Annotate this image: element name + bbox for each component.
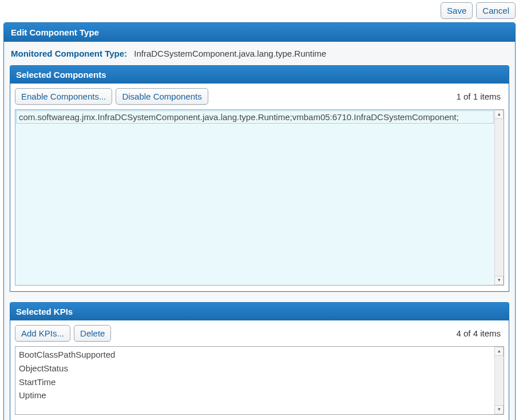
components-listbox[interactable]: com.softwareag.jmx.InfraDCSystemComponen… bbox=[15, 109, 504, 286]
selected-components-header: Selected Components bbox=[10, 66, 509, 84]
selected-components-panel: Selected Components Enable Components...… bbox=[10, 65, 509, 292]
panel-body: Monitored Component Type: InfraDCSystemC… bbox=[4, 42, 515, 420]
scroll-down-icon[interactable]: ▾ bbox=[494, 276, 504, 285]
kpis-listbox[interactable]: BootClassPathSupported ObjectStatus Star… bbox=[15, 346, 504, 415]
monitored-component-type-value: InfraDCSystemComponent.java.lang.type.Ru… bbox=[134, 49, 326, 58]
list-item[interactable]: Uptime bbox=[18, 389, 493, 402]
selected-kpis-toolbar: Add KPIs... Delete 4 of 4 items bbox=[10, 320, 509, 344]
monitored-component-type-label: Monitored Component Type: bbox=[11, 49, 127, 58]
scrollbar[interactable]: ▴ ▾ bbox=[494, 347, 504, 414]
selected-kpis-header: Selected KPIs bbox=[10, 303, 509, 320]
scrollbar[interactable]: ▴ ▾ bbox=[494, 110, 504, 285]
disable-components-button[interactable]: Disable Components bbox=[116, 88, 208, 105]
list-item[interactable]: ObjectStatus bbox=[18, 362, 493, 375]
list-item[interactable]: StartTime bbox=[18, 375, 493, 389]
top-toolbar: Save Cancel bbox=[0, 0, 519, 22]
scroll-up-icon[interactable]: ▴ bbox=[494, 347, 504, 356]
monitored-component-type-row: Monitored Component Type: InfraDCSystemC… bbox=[11, 49, 509, 58]
list-item[interactable]: BootClassPathSupported bbox=[18, 348, 493, 362]
list-item[interactable]: com.softwareag.jmx.InfraDCSystemComponen… bbox=[16, 110, 494, 124]
panel-title: Edit Component Type bbox=[4, 23, 515, 42]
kpis-count: 4 of 4 items bbox=[456, 328, 504, 338]
scroll-down-icon[interactable]: ▾ bbox=[494, 405, 504, 414]
selected-components-toolbar: Enable Components... Disable Components … bbox=[10, 84, 509, 107]
delete-kpi-button[interactable]: Delete bbox=[74, 325, 111, 342]
selected-kpis-panel: Selected KPIs Add KPIs... Delete 4 of 4 … bbox=[10, 302, 509, 420]
enable-components-button[interactable]: Enable Components... bbox=[15, 88, 112, 105]
edit-component-type-panel: Edit Component Type Monitored Component … bbox=[3, 22, 516, 420]
cancel-button[interactable]: Cancel bbox=[476, 2, 516, 19]
components-count: 1 of 1 items bbox=[456, 92, 504, 101]
add-kpis-button[interactable]: Add KPIs... bbox=[15, 325, 70, 342]
save-button[interactable]: Save bbox=[441, 2, 473, 19]
scroll-up-icon[interactable]: ▴ bbox=[494, 110, 504, 119]
kpis-list-content: BootClassPathSupported ObjectStatus Star… bbox=[15, 347, 504, 403]
